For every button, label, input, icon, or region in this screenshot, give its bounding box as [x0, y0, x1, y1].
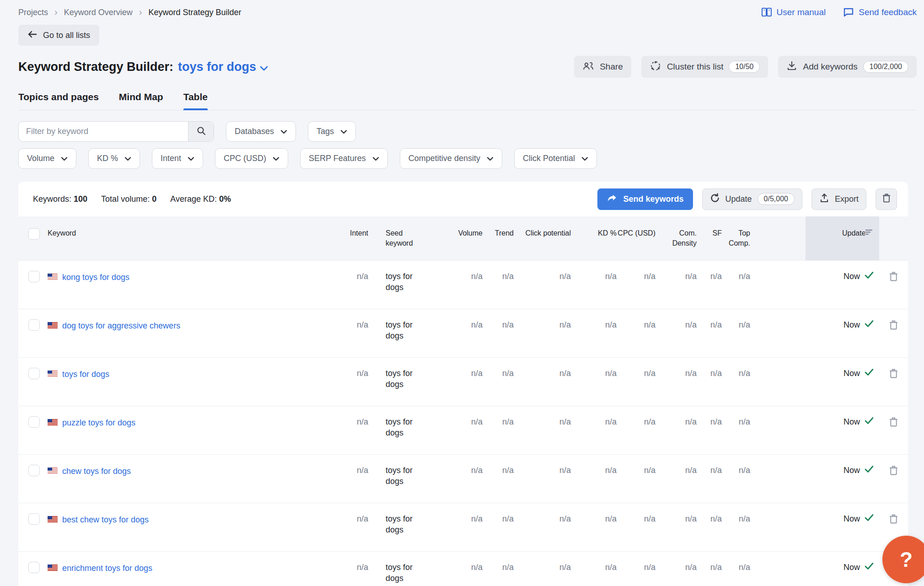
- us-flag-icon: [48, 468, 58, 474]
- list-name-dropdown[interactable]: toys for dogs: [178, 60, 268, 74]
- breadcrumb: Projects › Keyword Overview › Keyword St…: [18, 8, 242, 17]
- average-kd: 0%: [219, 194, 231, 204]
- com-density-value: n/a: [655, 503, 697, 551]
- delete-row-button[interactable]: [879, 406, 908, 454]
- sf-value: n/a: [697, 455, 722, 503]
- column-keyword[interactable]: Keyword: [48, 216, 336, 260]
- keyword-link[interactable]: best chew toys for dogs: [62, 514, 149, 525]
- trash-icon: [889, 271, 898, 309]
- sf-value: n/a: [697, 503, 722, 551]
- row-checkbox[interactable]: [28, 319, 40, 331]
- row-checkbox[interactable]: [28, 562, 40, 573]
- trash-icon: [882, 193, 891, 206]
- column-com-density[interactable]: Com. Density: [655, 216, 697, 260]
- tab-mind-map[interactable]: Mind Map: [119, 91, 163, 110]
- column-top-comp[interactable]: Top Comp.: [722, 216, 750, 260]
- sort-icon: [865, 228, 873, 238]
- tab-topics-and-pages[interactable]: Topics and pages: [18, 91, 99, 110]
- filter-dropdown-cpc-usd-[interactable]: CPC (USD): [215, 148, 288, 169]
- keyword-link[interactable]: enrichment toys for dogs: [62, 563, 152, 574]
- breadcrumb-keyword-overview[interactable]: Keyword Overview: [64, 8, 133, 17]
- column-cpc[interactable]: CPC (USD): [617, 216, 655, 260]
- column-sf[interactable]: SF: [697, 216, 722, 260]
- row-checkbox[interactable]: [28, 416, 40, 428]
- chevron-down-icon: [260, 60, 268, 74]
- delete-row-button[interactable]: [879, 309, 908, 357]
- share-button[interactable]: Share: [574, 56, 631, 78]
- row-checkbox[interactable]: [28, 465, 40, 476]
- table-row: chew toys for dogs n/a toys for dogs n/a…: [18, 454, 908, 503]
- intent-value: n/a: [336, 503, 368, 551]
- breadcrumb-projects[interactable]: Projects: [18, 8, 48, 17]
- seed-keyword-value: toys for dogs: [368, 406, 416, 454]
- delete-row-button[interactable]: [879, 358, 908, 406]
- filter-dropdown-click-potential[interactable]: Click Potential: [514, 148, 597, 169]
- filter-dropdown-kd-[interactable]: KD %: [88, 148, 140, 169]
- sf-value: n/a: [697, 552, 722, 586]
- cluster-icon: [650, 60, 661, 74]
- keyword-link[interactable]: toys for dogs: [62, 369, 109, 380]
- column-volume[interactable]: Volume: [416, 216, 483, 260]
- select-all-checkbox[interactable]: [28, 228, 40, 240]
- keyword-link[interactable]: dog toys for aggressive chewers: [62, 320, 180, 331]
- trend-value: n/a: [483, 503, 514, 551]
- filter-dropdown-intent[interactable]: Intent: [152, 148, 203, 169]
- add-keywords-button[interactable]: Add keywords 100/2,000: [778, 56, 917, 78]
- update-button[interactable]: Update 0/5,000: [702, 188, 802, 210]
- delete-row-button[interactable]: [879, 455, 908, 503]
- send-keywords-button[interactable]: Send keywords: [597, 188, 693, 210]
- updated-value: Now: [843, 416, 860, 427]
- row-checkbox[interactable]: [28, 368, 40, 379]
- updated-value: Now: [843, 513, 860, 524]
- intent-value: n/a: [336, 261, 368, 309]
- user-manual-link[interactable]: User manual: [761, 7, 826, 17]
- column-trend[interactable]: Trend: [483, 216, 514, 260]
- delete-row-button[interactable]: [879, 261, 908, 309]
- chevron-down-icon: [273, 154, 279, 163]
- row-checkbox[interactable]: [28, 271, 40, 282]
- tab-table[interactable]: Table: [183, 91, 208, 110]
- seed-keyword-value: toys for dogs: [368, 552, 416, 586]
- table-row: best chew toys for dogs n/a toys for dog…: [18, 503, 908, 551]
- keyword-link[interactable]: puzzle toys for dogs: [62, 417, 135, 428]
- tags-dropdown[interactable]: Tags: [308, 121, 356, 142]
- volume-value: n/a: [416, 358, 483, 406]
- databases-dropdown[interactable]: Databases: [226, 121, 296, 142]
- keyword-link[interactable]: chew toys for dogs: [62, 466, 131, 477]
- row-checkbox[interactable]: [28, 513, 40, 525]
- chevron-down-icon: [188, 154, 194, 163]
- kd-value: n/a: [571, 406, 617, 454]
- seed-keyword-value: toys for dogs: [368, 358, 416, 406]
- top-comp-value: n/a: [722, 552, 750, 586]
- check-icon: [865, 416, 874, 427]
- com-density-value: n/a: [655, 309, 697, 357]
- filter-dropdown-volume[interactable]: Volume: [18, 148, 76, 169]
- delete-list-button[interactable]: [876, 188, 897, 210]
- add-keywords-limit-badge: 100/2,000: [863, 61, 908, 73]
- keyword-filter-input[interactable]: [19, 122, 188, 141]
- column-kd[interactable]: KD %: [571, 216, 617, 260]
- check-icon: [865, 465, 874, 476]
- export-button[interactable]: Export: [811, 188, 866, 210]
- column-seed-keyword[interactable]: Seed keyword: [368, 216, 416, 260]
- volume-value: n/a: [416, 455, 483, 503]
- filter-dropdown-competitive-density[interactable]: Competitive density: [400, 148, 502, 169]
- click-potential-value: n/a: [514, 503, 571, 551]
- kd-value: n/a: [571, 309, 617, 357]
- send-feedback-link[interactable]: Send feedback: [843, 7, 917, 17]
- cpc-value: n/a: [617, 455, 655, 503]
- column-intent[interactable]: Intent: [336, 216, 368, 260]
- column-click-potential[interactable]: Click potential: [514, 216, 571, 260]
- keyword-link[interactable]: kong toys for dogs: [62, 272, 129, 283]
- column-updated[interactable]: Updated: [806, 216, 879, 260]
- filter-dropdown-serp-features[interactable]: SERP Features: [300, 148, 388, 169]
- cluster-this-list-button[interactable]: Cluster this list 10/50: [641, 56, 768, 78]
- trend-value: n/a: [483, 261, 514, 309]
- go-to-all-lists-button[interactable]: Go to all lists: [18, 25, 99, 46]
- table-stats: Keywords: 100 Total volume: 0 Average KD…: [33, 194, 231, 204]
- updated-value: Now: [843, 465, 860, 476]
- click-potential-value: n/a: [514, 358, 571, 406]
- intent-value: n/a: [336, 358, 368, 406]
- search-button[interactable]: [188, 122, 214, 141]
- chevron-down-icon: [124, 154, 131, 163]
